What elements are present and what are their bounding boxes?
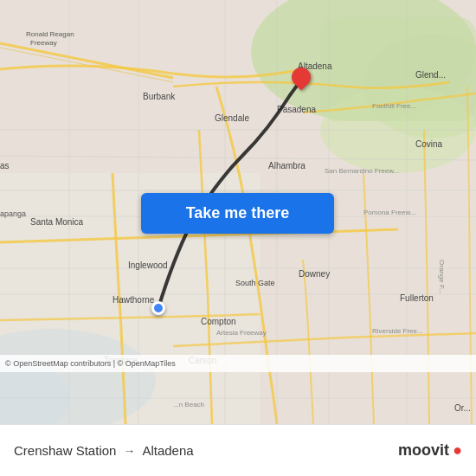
moovit-brand-text: moovit (398, 441, 449, 460)
svg-text:San Bernardino Freew...: San Bernardino Freew... (325, 167, 399, 175)
svg-text:Or...: Or... (454, 403, 471, 413)
svg-text:Burbank: Burbank (143, 92, 176, 101)
svg-text:Orange F...: Orange F... (438, 260, 446, 294)
moovit-logo-dot: ● (453, 441, 462, 460)
svg-text:Ronald Reagan: Ronald Reagan (26, 30, 74, 38)
route-arrow-icon: → (123, 444, 135, 458)
route-info: Crenshaw Station → Altadena (14, 443, 194, 458)
moovit-logo: moovit ● (398, 441, 462, 460)
svg-text:Compton: Compton (201, 317, 236, 326)
svg-text:Inglewood: Inglewood (128, 261, 168, 270)
svg-text:Foothill Free...: Foothill Free... (372, 102, 416, 110)
svg-text:Artesia Freeway: Artesia Freeway (216, 329, 267, 337)
footer-content: Crenshaw Station → Altadena moovit ● (14, 441, 462, 460)
route-destination-label: Altadena (142, 443, 193, 458)
svg-text:Glend...: Glend... (415, 70, 446, 80)
footer: Crenshaw Station → Altadena moovit ● (0, 424, 476, 476)
svg-text:Hawthorne: Hawthorne (113, 295, 155, 305)
map-attribution: © OpenStreetMap contributors | © OpenMap… (0, 355, 476, 372)
svg-text:Alhambra: Alhambra (268, 161, 306, 170)
svg-text:as: as (0, 161, 10, 170)
svg-text:Pomona Freew...: Pomona Freew... (363, 209, 415, 216)
svg-text:Fullerton: Fullerton (400, 293, 434, 303)
svg-text:Santa Monica: Santa Monica (30, 217, 84, 227)
svg-text:Pasadena: Pasadena (277, 105, 316, 114)
take-me-there-button[interactable]: Take me there (141, 193, 334, 234)
route-origin-label: Crenshaw Station (14, 443, 116, 458)
svg-text:Freeway: Freeway (30, 39, 57, 47)
svg-text:Downey: Downey (299, 269, 330, 279)
svg-text:...n Beach: ...n Beach (173, 401, 204, 408)
svg-text:Glendale: Glendale (215, 113, 249, 123)
svg-text:apanga: apanga (0, 209, 26, 218)
svg-text:Riverside Free...: Riverside Free... (372, 327, 423, 335)
attribution-text: © OpenStreetMap contributors | © OpenMap… (5, 359, 176, 368)
svg-text:South Gate: South Gate (235, 279, 275, 287)
svg-text:Covina: Covina (415, 139, 443, 149)
origin-marker (151, 301, 165, 315)
destination-marker (292, 68, 311, 93)
map-container: Ronald Reagan Freeway Burbank Glendale P… (0, 0, 476, 424)
